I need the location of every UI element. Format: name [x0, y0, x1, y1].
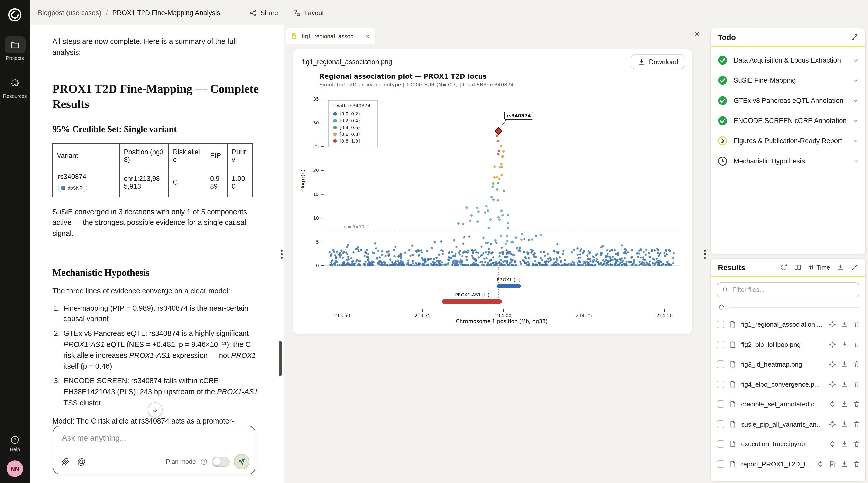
file-checkbox[interactable] [717, 361, 724, 368]
attach-icon[interactable] [61, 457, 69, 466]
delete-file-button[interactable] [853, 421, 861, 428]
file-icon [729, 421, 737, 428]
gene-bar [497, 284, 521, 288]
export-file-button[interactable] [829, 460, 836, 468]
delete-file-button[interactable] [853, 401, 861, 408]
tab-fig1-regional-association[interactable]: fig1_regional_assoc... [286, 28, 375, 45]
locate-file-icon [829, 421, 836, 428]
file-checkbox[interactable] [717, 441, 724, 448]
svg-text:[0.4, 0.6): [0.4, 0.6) [340, 125, 360, 130]
table-header: Purity [227, 143, 253, 168]
file-row[interactable]: susie_pip_all_variants_an... [711, 414, 866, 434]
refresh-icon[interactable] [780, 264, 787, 271]
chevron-down-icon[interactable] [852, 117, 859, 124]
layout-icon [293, 9, 301, 17]
help-button[interactable]: ? Help [9, 435, 20, 452]
plan-mode-help-icon[interactable]: ? [200, 458, 208, 465]
delete-file-button[interactable] [853, 441, 861, 448]
todo-item[interactable]: Figures & Publication-Ready Report [711, 131, 866, 151]
expand-todo-icon[interactable] [851, 33, 859, 41]
locate-file-button[interactable] [829, 321, 836, 329]
sort-by-time-button[interactable]: Time [808, 264, 830, 271]
scroll-to-bottom-button[interactable] [148, 402, 163, 418]
figure-card: fig1_regional_association.png Download R… [293, 49, 693, 334]
file-row[interactable]: fig1_regional_association.... [711, 315, 866, 335]
file-row[interactable]: fig4_elbo_convergence.p... [711, 374, 866, 394]
sidebar-item-resources[interactable]: Resources [3, 74, 27, 99]
delete-file-button[interactable] [853, 321, 861, 329]
download-file-button[interactable] [841, 381, 848, 388]
delete-file-button[interactable] [853, 460, 861, 468]
download-file-button[interactable] [841, 441, 848, 448]
panel-resize-handle[interactable] [280, 250, 284, 258]
delete-file-icon [853, 460, 861, 468]
download-file-button[interactable] [841, 321, 848, 329]
locate-file-button[interactable] [829, 361, 836, 368]
panel-resize-handle[interactable] [703, 250, 707, 258]
download-all-icon[interactable] [837, 264, 844, 271]
chevron-down-icon[interactable] [852, 77, 859, 83]
file-checkbox[interactable] [717, 381, 724, 388]
mention-icon[interactable]: @ [77, 457, 86, 466]
delete-file-button[interactable] [853, 361, 861, 368]
todo-item[interactable]: GTEx v8 Pancreas eQTL Annotation [711, 90, 866, 110]
breadcrumb-section[interactable]: Blogpost (use cases) [38, 9, 101, 17]
file-name: susie_pip_all_variants_an... [741, 421, 824, 428]
svg-text:rs340874: rs340874 [506, 113, 531, 118]
locate-file-button[interactable] [829, 401, 836, 408]
chat-input-card: Ask me anything... @ Plan mode ? [53, 426, 255, 475]
file-checkbox[interactable] [717, 460, 724, 468]
delete-file-button[interactable] [853, 341, 861, 348]
file-row[interactable]: credible_set_annotated.c... [711, 394, 866, 414]
share-button[interactable]: Share [249, 9, 278, 17]
locate-file-button[interactable] [829, 421, 836, 428]
file-checkbox[interactable] [717, 341, 724, 348]
download-button[interactable]: Download [631, 54, 685, 69]
sidebar-item-projects[interactable]: Projects [4, 36, 26, 61]
dbsnp-badge[interactable]: dbSNP [58, 183, 87, 192]
chat-input[interactable]: Ask me anything... [53, 426, 255, 443]
file-row[interactable]: report_PROX1_T2D_fi... [711, 454, 866, 474]
todo-item[interactable]: SuSiE Fine-Mapping [711, 70, 866, 90]
download-label: Download [649, 58, 678, 65]
check-circle-icon [717, 115, 728, 126]
file-checkbox[interactable] [717, 321, 724, 329]
chevron-down-icon[interactable] [852, 97, 859, 104]
todo-item[interactable]: ENCODE SCREEN cCRE Annotation [711, 110, 866, 131]
download-file-button[interactable] [841, 421, 848, 428]
avatar[interactable]: NN [6, 460, 23, 477]
locate-file-button[interactable] [829, 441, 836, 448]
gene-label: PROX1-AS1 (←) [455, 292, 489, 297]
locate-file-button[interactable] [829, 381, 836, 388]
scrollbar-thumb[interactable] [279, 341, 282, 376]
send-button[interactable] [234, 454, 249, 470]
chevron-down-icon[interactable] [852, 158, 859, 164]
chevron-down-icon[interactable] [852, 137, 859, 144]
risk-allele: C [168, 168, 206, 197]
app-logo[interactable] [6, 6, 23, 23]
todo-item[interactable]: Data Acquisition & Locus Extraction [711, 50, 866, 70]
download-file-button[interactable] [841, 460, 848, 468]
filter-files-input[interactable] [733, 286, 855, 293]
split-view-icon[interactable] [794, 264, 801, 271]
locate-file-button[interactable] [817, 460, 824, 468]
results-panel: Results Time [710, 258, 866, 482]
chevron-down-icon[interactable] [852, 57, 859, 63]
file-checkbox[interactable] [717, 421, 724, 428]
file-row[interactable]: execution_trace.ipynb [711, 434, 866, 454]
file-row[interactable]: fig2_pip_lollipop.png [711, 335, 866, 354]
plan-mode-toggle[interactable] [212, 457, 230, 466]
todo-item[interactable]: Mechanistic Hypothesis [711, 151, 866, 171]
download-file-button[interactable] [841, 341, 848, 348]
close-tab-icon[interactable] [364, 33, 370, 39]
close-viewer-icon[interactable] [693, 30, 701, 38]
expand-results-icon[interactable] [851, 264, 859, 271]
locate-file-button[interactable] [829, 341, 836, 348]
download-file-button[interactable] [841, 361, 848, 368]
layout-button[interactable]: Layout [293, 9, 324, 17]
delete-file-button[interactable] [853, 381, 861, 388]
home-icon[interactable] [718, 304, 725, 311]
download-file-button[interactable] [841, 401, 848, 408]
file-checkbox[interactable] [717, 401, 724, 408]
file-row[interactable]: fig3_ld_heatmap.png [711, 354, 866, 374]
